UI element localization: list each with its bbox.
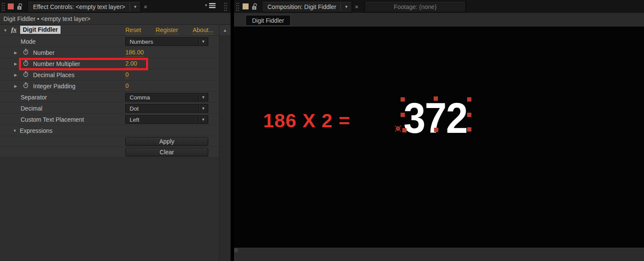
param-value-number[interactable]: 186.00 [125,49,144,57]
disclosure-collapsed-icon[interactable]: ▶ [14,73,17,77]
selection-handle[interactable] [401,113,405,117]
clear-button[interactable]: Clear [125,148,208,156]
effect-breadcrumb: Digit Fiddler • <empty text layer> [0,13,231,25]
apply-button[interactable]: Apply [125,137,208,146]
lock-icon[interactable] [252,3,258,10]
annotation-highlight-box [19,58,148,70]
decimal-dropdown-value: Dot [126,105,198,112]
tab-composition[interactable]: Composition: Digit Fiddler ▼ [262,1,352,12]
scrollbar[interactable]: ▲ [219,25,231,261]
param-label-decimal-places: Decimal Places [33,72,74,78]
tab-composition-label: Composition: Digit Fiddler [262,3,340,10]
composition-panel: Composition: Digit Fiddler ▼ × Footage: … [234,0,644,261]
lock-icon[interactable] [17,3,23,10]
selection-handle[interactable] [467,113,471,117]
param-label-separator: Separator [21,94,47,101]
dropdown-arrow-icon: ▼ [198,94,208,100]
param-value-integer-padding[interactable]: 0 [125,82,129,90]
param-row-decimal: Decimal Dot ▼ [0,103,219,114]
composition-tabbar: Composition: Digit Fiddler ▼ × Footage: … [234,0,644,13]
register-link[interactable]: Register [156,27,178,34]
tab-close-icon[interactable]: × [141,3,150,10]
selection-handle[interactable] [434,96,438,101]
effect-controls-tabbar: Effect Controls: <empty text layer> ▼ × … [0,0,231,13]
tab-effect-controls[interactable]: Effect Controls: <empty text layer> ▼ [27,1,141,12]
selection-handle[interactable] [402,128,407,132]
reset-link[interactable]: Reset [125,27,141,34]
result-text-layer[interactable]: 372 [404,96,467,139]
selection-handle[interactable] [467,127,471,132]
panel-drag-grip-icon[interactable] [223,2,227,11]
stopwatch-icon[interactable] [23,82,29,90]
param-row-mode: Mode Numbers ▼ [0,36,219,47]
tab-dropdown-arrow-icon[interactable]: ▼ [340,3,352,11]
param-row-number: ▶ Number 186.00 [0,47,219,58]
panel-color-swatch [7,3,14,10]
fx-badge-icon: fx [11,26,17,33]
param-label-number: Number [33,49,55,56]
tab-dropdown-arrow-icon[interactable]: ▼ [130,3,141,11]
panel-menu-icon[interactable]: ▼ [204,3,216,8]
scroll-up-icon[interactable]: ▲ [219,25,231,35]
panel-drag-grip-icon[interactable] [1,2,5,11]
custom-text-placement-dropdown[interactable]: Left ▼ [125,115,208,124]
effect-header-links: Reset Register About... [125,27,213,34]
clear-row: Clear [0,147,219,158]
viewer-tab-digit-fiddler[interactable]: Digit Fiddler [246,15,291,26]
param-label-integer-padding: Integer Padding [33,83,76,90]
selection-handle[interactable] [434,128,438,132]
effect-name[interactable]: Digit Fiddler [20,26,61,34]
stopwatch-icon[interactable] [23,48,29,57]
tab-footage[interactable]: Footage: (none) [365,1,466,12]
composition-viewport[interactable]: 186 X 2 = 372 [234,27,644,248]
selection-handle[interactable] [467,97,471,102]
param-label-mode: Mode [21,38,36,45]
app-window: Effect Controls: <empty text layer> ▼ × … [0,0,644,261]
panel-color-swatch [242,3,249,10]
param-value-decimal-places[interactable]: 0 [125,71,129,79]
param-row-decimal-places: ▶ Decimal Places 0 [0,69,219,81]
param-row-separator: Separator Comma ▼ [0,92,219,103]
panel-drag-grip-icon[interactable] [235,2,239,11]
viewer-tab-strip: Digit Fiddler [234,13,644,27]
disclosure-collapsed-icon[interactable]: ▶ [14,51,17,55]
selection-handle[interactable] [401,97,405,102]
tab-close-icon[interactable]: × [352,3,361,10]
disclosure-expanded-icon[interactable]: ▼ [3,28,7,33]
about-link[interactable]: About... [193,27,213,34]
expression-text: 186 X 2 = [263,111,350,130]
anchor-point-icon[interactable] [394,124,402,135]
mode-dropdown[interactable]: Numbers ▼ [125,37,208,46]
separator-dropdown-value: Comma [126,94,198,101]
effect-parameter-list: ▼ fx Digit Fiddler Reset Register About.… [0,25,219,158]
dropdown-arrow-icon: ▼ [198,105,208,111]
effect-controls-panel: Effect Controls: <empty text layer> ▼ × … [0,0,231,261]
param-label-decimal: Decimal [21,105,43,112]
param-row-integer-padding: ▶ Integer Padding 0 [0,81,219,92]
disclosure-collapsed-icon[interactable]: ▶ [14,62,17,66]
apply-row: Apply [0,136,219,147]
custom-text-placement-dropdown-value: Left [126,117,198,123]
stopwatch-icon[interactable] [23,71,29,79]
panel-resize-notch[interactable] [234,249,238,252]
separator-dropdown[interactable]: Comma ▼ [125,93,208,102]
param-row-expressions: ▼ Expressions [0,125,219,136]
param-label-custom-text-placement: Custom Text Placement [21,116,84,123]
composition-bottom-bar [234,248,644,261]
decimal-dropdown[interactable]: Dot ▼ [125,104,208,113]
dropdown-arrow-icon: ▼ [198,39,208,45]
mode-dropdown-value: Numbers [126,39,198,45]
disclosure-expanded-icon[interactable]: ▼ [13,129,17,133]
dropdown-arrow-icon: ▼ [198,117,208,123]
disclosure-collapsed-icon[interactable]: ▶ [14,84,17,88]
effect-header-row: ▼ fx Digit Fiddler Reset Register About.… [0,25,219,36]
panel-menu-bars-icon [209,3,216,8]
tab-effect-controls-label: Effect Controls: <empty text layer> [28,3,130,10]
param-label-expressions: Expressions [20,127,52,134]
param-row-custom-text-placement: Custom Text Placement Left ▼ [0,114,219,125]
